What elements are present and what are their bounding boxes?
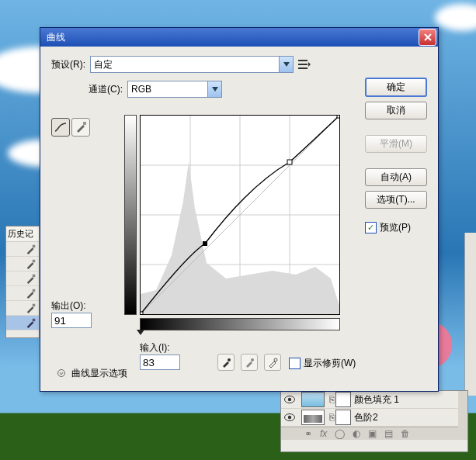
layer-thumbnail[interactable] bbox=[301, 410, 325, 425]
svg-point-23 bbox=[251, 358, 254, 361]
svg-rect-19 bbox=[203, 241, 207, 246]
cancel-button[interactable]: 取消 bbox=[365, 102, 427, 119]
history-panel-title: 历史记 bbox=[6, 227, 39, 242]
layer-name[interactable]: 色阶2 bbox=[354, 411, 467, 424]
show-clipping-checkbox[interactable] bbox=[289, 358, 301, 369]
close-button[interactable] bbox=[419, 29, 436, 46]
channel-label: 通道(C): bbox=[89, 83, 123, 96]
svg-rect-18 bbox=[141, 312, 143, 314]
preview-label: 预览(P) bbox=[380, 221, 411, 234]
svg-rect-21 bbox=[337, 116, 339, 118]
chevron-down-icon bbox=[57, 368, 67, 379]
preset-value: 自定 bbox=[91, 58, 279, 71]
chevron-down-icon bbox=[207, 81, 221, 97]
layer-mask[interactable] bbox=[335, 392, 351, 407]
svg-rect-0 bbox=[33, 245, 36, 248]
channel-value: RGB bbox=[128, 84, 207, 95]
curve-tool-button[interactable] bbox=[51, 118, 70, 137]
history-panel[interactable]: 历史记 bbox=[5, 226, 40, 338]
link-layers-icon[interactable]: ⚭ bbox=[304, 428, 312, 439]
visibility-toggle[interactable] bbox=[281, 396, 298, 403]
dialog-titlebar[interactable]: 曲线 bbox=[40, 28, 438, 47]
svg-rect-3 bbox=[33, 289, 36, 292]
brush-icon bbox=[26, 273, 36, 284]
svg-rect-4 bbox=[33, 304, 36, 307]
curves-graph[interactable] bbox=[140, 115, 340, 315]
layer-thumbnail[interactable] bbox=[301, 392, 325, 407]
preset-row: 预设(R): 自定 bbox=[51, 56, 427, 73]
layers-toolbar[interactable]: ⚭ fx ◯ ◐ ▣ ▤ 🗑 bbox=[281, 427, 467, 440]
auto-button-label: 自动(A) bbox=[380, 171, 412, 184]
dialog-title: 曲线 bbox=[47, 31, 419, 44]
layer-row[interactable]: ⎘ 颜色填充 1 bbox=[281, 391, 467, 409]
cloud-decor bbox=[435, 4, 476, 31]
brush-icon bbox=[26, 317, 36, 328]
history-step-current[interactable] bbox=[6, 316, 39, 330]
smooth-button-label: 平滑(M) bbox=[380, 137, 412, 150]
svg-rect-1 bbox=[33, 260, 36, 263]
history-step[interactable] bbox=[6, 301, 39, 316]
chevron-down-icon bbox=[279, 57, 293, 72]
black-point-slider[interactable] bbox=[137, 330, 144, 335]
curve-display-options-toggle[interactable]: 曲线显示选项 bbox=[57, 367, 127, 380]
history-step[interactable] bbox=[6, 272, 39, 286]
folder-icon[interactable]: ▣ bbox=[368, 428, 377, 439]
show-clipping-label: 显示修剪(W) bbox=[304, 357, 356, 370]
history-step[interactable] bbox=[6, 286, 39, 301]
gray-eyedropper-button[interactable] bbox=[241, 354, 258, 371]
auto-button[interactable]: 自动(A) bbox=[365, 168, 427, 186]
link-icon: ⎘ bbox=[328, 394, 335, 405]
history-step[interactable] bbox=[6, 257, 39, 272]
svg-point-25 bbox=[58, 369, 65, 376]
layer-mask[interactable] bbox=[335, 410, 351, 425]
ok-button-label: 确定 bbox=[387, 81, 405, 94]
adjustment-icon[interactable]: ◐ bbox=[353, 428, 360, 439]
channel-combo[interactable]: RGB bbox=[127, 81, 222, 98]
new-layer-icon[interactable]: ▤ bbox=[384, 428, 393, 439]
svg-point-7 bbox=[288, 398, 291, 401]
layers-panel-menu[interactable] bbox=[458, 391, 467, 430]
output-label: 输出(O): bbox=[51, 299, 90, 313]
preview-checkbox[interactable] bbox=[365, 222, 377, 233]
svg-point-9 bbox=[288, 416, 291, 419]
visibility-toggle[interactable] bbox=[281, 413, 298, 421]
fx-icon[interactable]: fx bbox=[320, 428, 327, 439]
svg-rect-2 bbox=[33, 275, 36, 278]
smooth-button: 平滑(M) bbox=[365, 135, 427, 153]
brush-icon bbox=[26, 288, 36, 299]
input-gradient bbox=[140, 318, 340, 330]
white-eyedropper-button[interactable] bbox=[264, 354, 281, 371]
curves-dialog: 曲线 预设(R): 自定 通道(C): RGB bbox=[40, 27, 439, 392]
trash-icon[interactable]: 🗑 bbox=[401, 428, 410, 439]
cancel-button-label: 取消 bbox=[387, 104, 405, 117]
input-label: 输入(I): bbox=[140, 341, 180, 355]
svg-point-22 bbox=[228, 358, 231, 361]
brush-icon bbox=[26, 258, 36, 269]
svg-rect-5 bbox=[33, 319, 36, 322]
preset-combo[interactable]: 自定 bbox=[90, 56, 294, 73]
history-step[interactable] bbox=[6, 242, 39, 257]
layer-name[interactable]: 颜色填充 1 bbox=[354, 393, 467, 406]
output-field[interactable] bbox=[51, 313, 92, 328]
pencil-tool-button[interactable] bbox=[71, 118, 90, 137]
black-eyedropper-button[interactable] bbox=[217, 354, 235, 371]
disclosure-label: 曲线显示选项 bbox=[71, 367, 127, 380]
options-button[interactable]: 选项(T)... bbox=[365, 191, 427, 209]
output-gradient bbox=[124, 115, 137, 315]
preset-menu-icon[interactable] bbox=[298, 59, 311, 70]
preset-label: 预设(R): bbox=[51, 58, 85, 71]
right-tool-strip[interactable] bbox=[464, 233, 476, 396]
ok-button[interactable]: 确定 bbox=[365, 78, 427, 97]
options-button-label: 选项(T)... bbox=[377, 193, 415, 206]
layer-row[interactable]: ⎘ 色阶2 bbox=[281, 409, 467, 427]
brush-icon bbox=[26, 244, 36, 254]
svg-point-24 bbox=[274, 358, 277, 361]
input-field[interactable] bbox=[140, 355, 180, 370]
svg-rect-10 bbox=[83, 122, 86, 125]
mask-icon[interactable]: ◯ bbox=[335, 428, 345, 439]
svg-rect-20 bbox=[287, 160, 292, 164]
link-icon: ⎘ bbox=[328, 412, 335, 423]
layers-panel[interactable]: ⎘ 颜色填充 1 ⎘ 色阶2 ⚭ fx ◯ ◐ ▣ ▤ 🗑 bbox=[280, 390, 468, 452]
brush-icon bbox=[26, 303, 36, 313]
